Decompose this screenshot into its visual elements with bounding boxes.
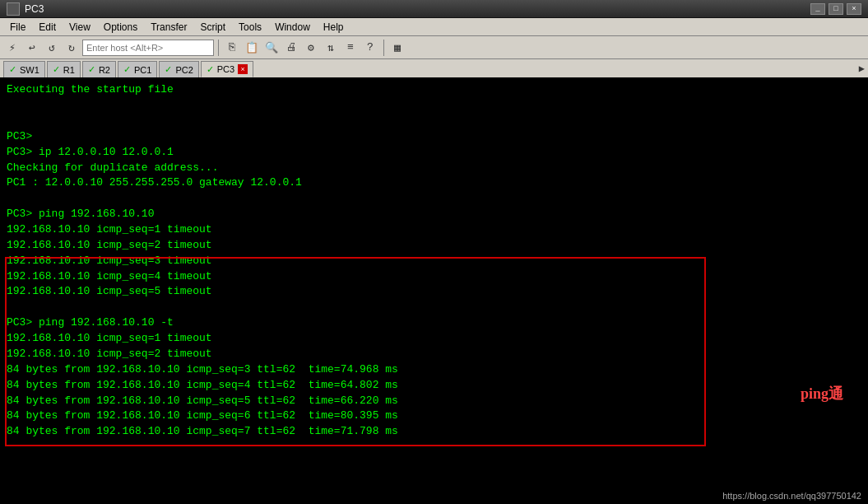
toolbar-separator-1 xyxy=(218,40,219,56)
maximize-button[interactable]: □ xyxy=(829,3,843,15)
tab-pc1[interactable]: ✓PC1 xyxy=(118,61,157,77)
menu-bar: FileEditViewOptionsTransferScriptToolsWi… xyxy=(0,18,868,36)
toolbar-more-btn[interactable]: ≡ xyxy=(341,39,360,57)
toolbar-reconnect-btn[interactable]: ↻ xyxy=(63,39,81,57)
terminal[interactable]: Executing the startup filePC3>PC3> ip 12… xyxy=(0,79,868,504)
app-icon xyxy=(7,2,20,16)
terminal-line-7 xyxy=(7,191,861,207)
terminal-line-6: PC1 : 12.0.0.10 255.255.255.0 gateway 12… xyxy=(7,175,861,191)
title-bar-controls: _ □ × xyxy=(810,3,861,15)
terminal-line-21: 84 bytes from 192.168.10.10 icmp_seq=6 t… xyxy=(7,408,861,424)
toolbar-open-btn[interactable]: ↩ xyxy=(23,39,41,57)
tab-check-pc2: ✓ xyxy=(165,64,172,75)
terminal-line-13: 192.168.10.10 icmp_seq=5 timeout xyxy=(7,284,861,300)
host-input[interactable] xyxy=(82,40,214,56)
tab-pc2[interactable]: ✓PC2 xyxy=(159,61,198,77)
terminal-line-15: PC3> ping 192.168.10.10 -t xyxy=(7,315,861,331)
menu-item-file[interactable]: File xyxy=(3,20,32,35)
menu-item-script[interactable]: Script xyxy=(193,20,232,35)
terminal-line-10: 192.168.10.10 icmp_seq=2 timeout xyxy=(7,238,861,254)
tab-check-sw1: ✓ xyxy=(9,64,16,75)
tab-pc3[interactable]: ✓PC3× xyxy=(201,61,253,77)
terminal-line-9: 192.168.10.10 icmp_seq=1 timeout xyxy=(7,222,861,238)
terminal-line-8: PC3> ping 192.168.10.10 xyxy=(7,207,861,222)
menu-item-window[interactable]: Window xyxy=(268,20,317,35)
toolbar: ⚡ ↩ ↺ ↻ ⎘ 📋 🔍 🖨 ⚙ ⇅ ≡ ? ▦ xyxy=(0,36,868,59)
terminal-line-3: PC3> xyxy=(7,129,861,145)
terminal-line-12: 192.168.10.10 icmp_seq=4 timeout xyxy=(7,269,861,285)
tab-label-sw1: SW1 xyxy=(20,65,39,75)
terminal-line-22: 84 bytes from 192.168.10.10 icmp_seq=7 t… xyxy=(7,424,861,440)
annotation-text: ping通 xyxy=(801,384,843,404)
tab-label-r1: R1 xyxy=(63,65,75,75)
tab-label-pc3: PC3 xyxy=(217,64,234,74)
close-button[interactable]: × xyxy=(847,3,861,15)
terminal-line-17: 192.168.10.10 icmp_seq=2 timeout xyxy=(7,347,861,362)
tab-label-r2: R2 xyxy=(99,65,110,75)
tab-scroll-arrow[interactable]: ▶ xyxy=(859,63,865,75)
menu-item-tools[interactable]: Tools xyxy=(232,20,268,35)
menu-item-view[interactable]: View xyxy=(63,20,97,35)
terminal-line-20: 84 bytes from 192.168.10.10 icmp_seq=5 t… xyxy=(7,394,861,409)
tab-close-pc3[interactable]: × xyxy=(238,64,248,74)
title-bar: PC3 _ □ × xyxy=(0,0,868,18)
toolbar-extra-btn[interactable]: ▦ xyxy=(388,39,406,57)
terminal-line-4: PC3> ip 12.0.0.10 12.0.0.1 xyxy=(7,145,861,161)
terminal-line-5: Checking for duplicate address... xyxy=(7,161,861,176)
menu-item-help[interactable]: Help xyxy=(317,20,350,35)
toolbar-sftp-btn[interactable]: ⇅ xyxy=(322,39,340,57)
toolbar-refresh-btn[interactable]: ↺ xyxy=(43,39,61,57)
tab-r1[interactable]: ✓R1 xyxy=(47,61,81,77)
toolbar-help-btn[interactable]: ? xyxy=(361,39,379,57)
tab-check-r1: ✓ xyxy=(53,64,60,75)
menu-item-edit[interactable]: Edit xyxy=(32,20,63,35)
toolbar-new-btn[interactable]: ⚡ xyxy=(3,39,21,57)
terminal-line-14 xyxy=(7,300,861,315)
watermark: https://blog.csdn.net/qq397750142 xyxy=(722,491,861,501)
tab-check-r2: ✓ xyxy=(88,64,95,75)
terminal-output: Executing the startup filePC3>PC3> ip 12… xyxy=(7,82,861,440)
tab-sw1[interactable]: ✓SW1 xyxy=(3,61,45,77)
tab-check-pc3: ✓ xyxy=(207,64,214,75)
tab-check-pc1: ✓ xyxy=(123,64,131,75)
menu-item-options[interactable]: Options xyxy=(97,20,144,35)
terminal-line-16: 192.168.10.10 icmp_seq=1 timeout xyxy=(7,331,861,347)
toolbar-separator-2 xyxy=(383,40,384,56)
tab-label-pc1: PC1 xyxy=(134,65,151,75)
toolbar-settings-btn[interactable]: ⚙ xyxy=(302,39,320,57)
terminal-line-18: 84 bytes from 192.168.10.10 icmp_seq=3 t… xyxy=(7,362,861,378)
title-bar-text: PC3 xyxy=(25,3,810,15)
terminal-line-19: 84 bytes from 192.168.10.10 icmp_seq=4 t… xyxy=(7,378,861,394)
tab-r2[interactable]: ✓R2 xyxy=(82,61,116,77)
terminal-line-1 xyxy=(7,98,861,114)
toolbar-paste-btn[interactable]: 📋 xyxy=(243,39,261,57)
terminal-line-2 xyxy=(7,114,861,129)
terminal-line-0: Executing the startup file xyxy=(7,82,861,98)
toolbar-copy-btn[interactable]: ⎘ xyxy=(223,39,241,57)
toolbar-find-btn[interactable]: 🔍 xyxy=(262,39,281,57)
terminal-line-11: 192.168.10.10 icmp_seq=3 timeout xyxy=(7,254,861,269)
menu-item-transfer[interactable]: Transfer xyxy=(144,20,193,35)
toolbar-print-btn[interactable]: 🖨 xyxy=(282,39,300,57)
tab-label-pc2: PC2 xyxy=(175,65,193,75)
tab-bar: ✓SW1✓R1✓R2✓PC1✓PC2✓PC3×▶ xyxy=(0,59,868,79)
minimize-button[interactable]: _ xyxy=(810,3,825,15)
